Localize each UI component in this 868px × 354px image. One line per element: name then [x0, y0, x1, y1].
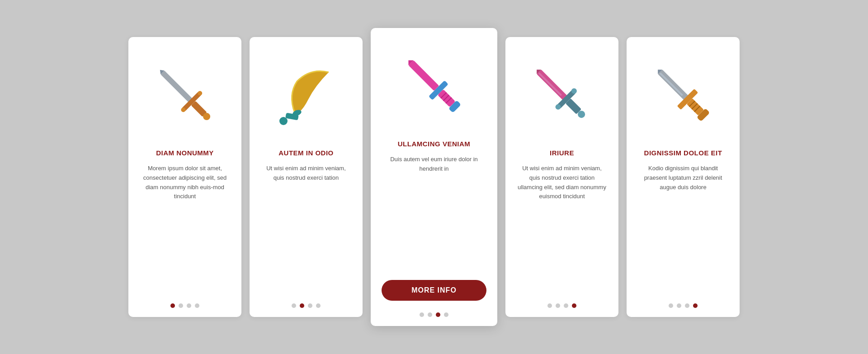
curved-blade-icon	[260, 50, 352, 140]
dot-active	[436, 312, 440, 317]
svg-rect-28	[660, 73, 683, 96]
card-1-dots	[170, 296, 199, 308]
dot-active	[300, 303, 304, 308]
card-3-dots	[420, 305, 448, 317]
dot	[547, 303, 552, 308]
card-1-content: DIAM NONUMMY Morem ipsum dolor sit amet,…	[139, 149, 231, 308]
sword-cross-icon	[139, 50, 231, 140]
dot-active	[693, 303, 698, 308]
dot	[556, 303, 560, 308]
card-5-title: DIGNISSIM DOLOE EIT	[644, 149, 722, 157]
svg-rect-10	[408, 60, 439, 91]
card-2: AUTEM IN ODIO Ut wisi enim ad minim veni…	[250, 37, 363, 317]
card-4-body: Ut wisi enim ad minim veniam, quis nostr…	[516, 164, 608, 296]
svg-rect-0	[160, 70, 193, 103]
dot	[564, 303, 568, 308]
card-5-body: Kodio dignissim qui blandit praesent lup…	[637, 164, 729, 296]
sword-gold-icon	[637, 50, 729, 140]
card-3-content: ULLAMCING VENIAM Duis autem vel eum iriu…	[382, 140, 486, 317]
dot	[179, 303, 183, 308]
dot	[195, 303, 199, 308]
card-5-content: DIGNISSIM DOLOE EIT Kodio dignissim qui …	[637, 149, 729, 308]
card-5-dots	[669, 296, 698, 308]
card-2-dots	[292, 296, 321, 308]
card-1-title: DIAM NONUMMY	[156, 149, 214, 157]
dot	[316, 303, 321, 308]
card-3-title: ULLAMCING VENIAM	[398, 140, 471, 148]
svg-point-9	[279, 117, 288, 125]
dagger-pink-icon	[382, 41, 486, 131]
card-1-body: Morem ipsum dolor sit amet, consectetuer…	[139, 164, 231, 296]
dot	[444, 312, 448, 317]
card-4: IRIURE Ut wisi enim ad minim veniam, qui…	[505, 37, 618, 317]
card-4-dots	[547, 296, 576, 308]
dot	[685, 303, 689, 308]
cards-container: DIAM NONUMMY Morem ipsum dolor sit amet,…	[128, 28, 740, 326]
dot-active	[170, 303, 175, 308]
dot	[669, 303, 673, 308]
card-3: ULLAMCING VENIAM Duis autem vel eum iriu…	[371, 28, 497, 326]
dot-active	[572, 303, 576, 308]
dot	[428, 312, 432, 317]
more-info-button[interactable]: MORE INFO	[382, 280, 486, 301]
card-2-body: Ut wisi enim ad minim veniam, quis nostr…	[260, 164, 352, 296]
sword-guard-icon	[516, 50, 608, 140]
dot	[677, 303, 681, 308]
dot	[187, 303, 191, 308]
dot	[308, 303, 312, 308]
card-4-content: IRIURE Ut wisi enim ad minim veniam, qui…	[516, 149, 608, 308]
svg-rect-20	[538, 73, 562, 96]
dot	[420, 312, 424, 317]
card-3-body: Duis autem vel eum iriure dolor in hendr…	[382, 155, 486, 272]
card-4-title: IRIURE	[550, 149, 574, 157]
card-2-title: AUTEM IN ODIO	[278, 149, 334, 157]
dot	[292, 303, 296, 308]
card-2-content: AUTEM IN ODIO Ut wisi enim ad minim veni…	[260, 149, 352, 308]
card-1: DIAM NONUMMY Morem ipsum dolor sit amet,…	[128, 37, 241, 317]
card-5: DIGNISSIM DOLOE EIT Kodio dignissim qui …	[627, 37, 740, 317]
